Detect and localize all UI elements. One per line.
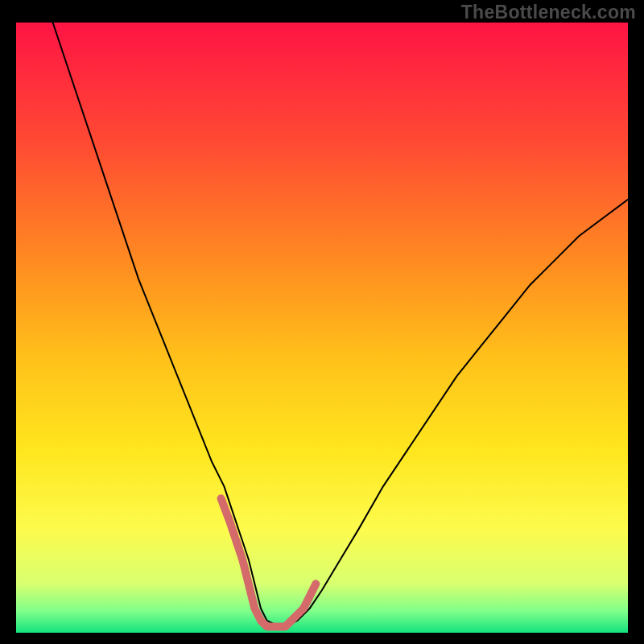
chart-svg [16,23,628,633]
plot-area [16,23,628,633]
watermark-text: TheBottleneck.com [461,2,636,23]
chart-stage: TheBottleneck.com [0,0,644,644]
chart-background [16,23,628,633]
